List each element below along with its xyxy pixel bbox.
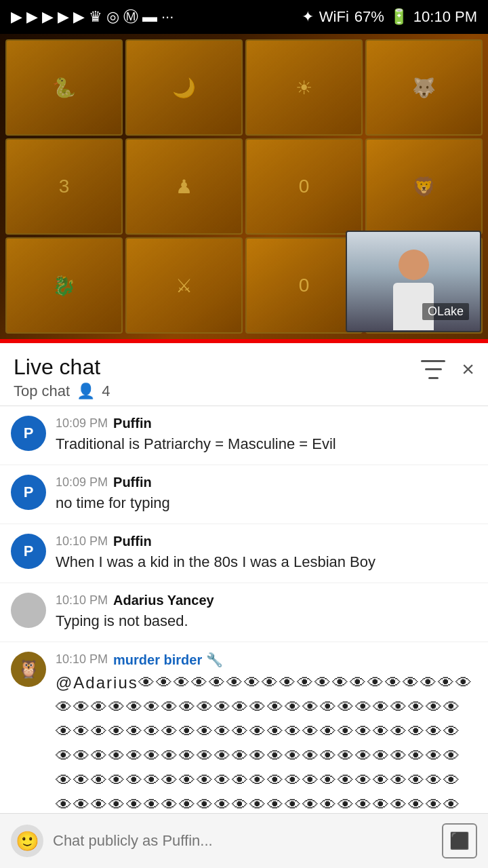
live-chat-title: Live chat [14, 354, 110, 380]
viewer-count: 4 [102, 382, 110, 400]
filter-line-1 [421, 360, 445, 362]
time-display: 10:10 PM [413, 8, 477, 26]
app-icon-9: ▬ [142, 8, 157, 26]
app-icon-1: ▶ [11, 8, 22, 26]
message-meta-5: 10:10 PM murder birder 🔧 [56, 652, 477, 668]
webcam-overlay: OLake [346, 231, 481, 332]
message-author-2: Puffin [113, 475, 152, 490]
status-icons: ▶ ▶ ▶ ▶ ▶ ♛ ◎ Ⓜ ▬ ··· [11, 7, 174, 27]
chat-message-4: 10:10 PM Adarius Yancey Typing is not ba… [0, 583, 488, 642]
status-bar: ▶ ▶ ▶ ▶ ▶ ♛ ◎ Ⓜ ▬ ··· ✦ WiFi 67% 🔋 10:10… [0, 0, 488, 34]
app-icon-6: ♛ [89, 8, 102, 26]
filter-line-2 [425, 368, 442, 370]
message-author-1: Puffin [113, 416, 152, 431]
emoji-button[interactable]: 🙂 [11, 825, 43, 857]
avatar-murder-birder: 🦉 [11, 652, 46, 687]
battery-icon: 🔋 [390, 8, 408, 26]
app-icon-10: ··· [161, 8, 174, 26]
send-button[interactable]: ⬛ [442, 823, 477, 859]
bluetooth-icon: ✦ [302, 8, 314, 26]
message-content-1: 10:09 PM Puffin Traditional is Patriarch… [56, 416, 477, 455]
app-icon-5: ▶ [73, 8, 85, 26]
battery-percent: 67% [354, 8, 384, 26]
message-text-3: When I was a kid in the 80s I was a Lesb… [56, 552, 477, 573]
top-chat-row: Top chat 👤 4 [14, 382, 110, 400]
message-meta-2: 10:09 PM Puffin [56, 475, 477, 490]
app-icon-2: ▶ [26, 8, 38, 26]
message-meta-3: 10:10 PM Puffin [56, 534, 477, 549]
card-9: 🐉 [5, 237, 123, 334]
wifi-icon: WiFi [319, 8, 349, 26]
card-3: ☀ [245, 39, 363, 136]
message-time-1: 10:09 PM [56, 416, 108, 431]
card-4: 🐺 [365, 39, 483, 136]
chat-header-icons: × [421, 354, 474, 382]
message-content-2: 10:09 PM Puffin no time for typing [56, 475, 477, 514]
card-7: 0 [245, 138, 363, 235]
close-button[interactable]: × [462, 357, 474, 382]
chat-title-area: Live chat Top chat 👤 4 [14, 354, 110, 400]
message-text-2: no time for typing [56, 493, 477, 514]
app-icon-3: ▶ [42, 8, 54, 26]
person-head [399, 250, 429, 280]
message-meta-1: 10:09 PM Puffin [56, 416, 477, 431]
avatar-puffin-2: P [11, 475, 46, 510]
card-10: ⚔ [125, 237, 243, 334]
chat-input-area: 🙂 ⬛ [0, 813, 488, 868]
message-time-5: 10:10 PM [56, 652, 108, 667]
video-player[interactable]: 🐍 🌙 ☀ 🐺 3 ♟ 0 🦁 🐉 ⚔ 0 2 OLake [0, 34, 488, 339]
live-chat-header: Live chat Top chat 👤 4 × [0, 343, 488, 406]
message-content-3: 10:10 PM Puffin When I was a kid in the … [56, 534, 477, 573]
message-time-3: 10:10 PM [56, 534, 108, 549]
status-indicators: ✦ WiFi 67% 🔋 10:10 PM [302, 8, 477, 26]
chat-message-2: P 10:09 PM Puffin no time for typing [0, 465, 488, 524]
card-5: 3 [5, 138, 123, 235]
message-time-4: 10:10 PM [56, 593, 108, 608]
avatar-adarius [11, 593, 46, 628]
chat-messages-list: P 10:09 PM Puffin Traditional is Patriar… [0, 406, 488, 868]
chat-input[interactable] [53, 832, 432, 850]
avatar-puffin-1: P [11, 416, 46, 451]
message-author-5: murder birder 🔧 [113, 652, 223, 668]
message-text-4: Typing is not based. [56, 611, 477, 632]
chat-message-1: P 10:09 PM Puffin Traditional is Patriar… [0, 406, 488, 465]
chat-message-3: P 10:10 PM Puffin When I was a kid in th… [0, 524, 488, 583]
message-text-1: Traditional is Patriarchy = Masculine = … [56, 434, 477, 455]
app-icon-8: Ⓜ [123, 7, 138, 27]
card-8: 🦁 [365, 138, 483, 235]
viewer-icon: 👤 [77, 382, 95, 400]
card-6: ♟ [125, 138, 243, 235]
card-2: 🌙 [125, 39, 243, 136]
top-chat-label[interactable]: Top chat [14, 382, 70, 400]
app-icon-7: ◎ [106, 8, 119, 26]
webcam-label: OLake [422, 303, 469, 320]
avatar-puffin-3: P [11, 534, 46, 569]
filter-line-3 [428, 377, 438, 379]
message-content-4: 10:10 PM Adarius Yancey Typing is not ba… [56, 593, 477, 632]
message-time-2: 10:09 PM [56, 475, 108, 490]
filter-button[interactable] [421, 360, 445, 379]
message-meta-4: 10:10 PM Adarius Yancey [56, 593, 477, 608]
app-icon-4: ▶ [58, 8, 69, 26]
message-author-3: Puffin [113, 534, 152, 549]
card-1: 🐍 [5, 39, 123, 136]
message-author-4: Adarius Yancey [113, 593, 214, 608]
